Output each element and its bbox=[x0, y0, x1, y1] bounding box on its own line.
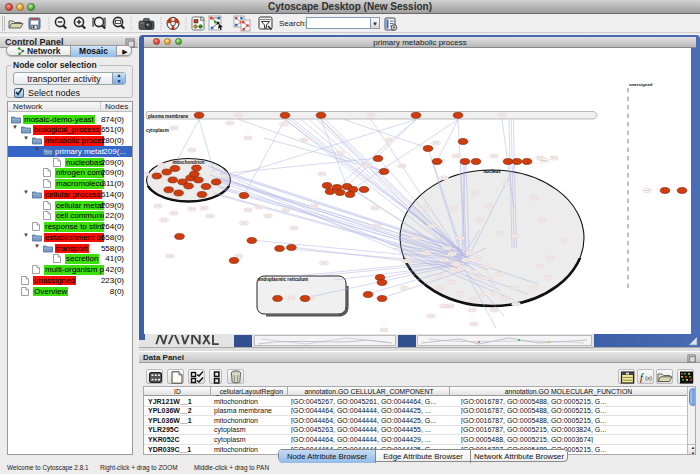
svg-text:mitochondrion: mitochondrion bbox=[172, 160, 204, 165]
svg-text:cytoplasm: cytoplasm bbox=[146, 128, 169, 133]
svg-text:endoplasmic reticulum: endoplasmic reticulum bbox=[258, 277, 308, 282]
svg-text:nucleus: nucleus bbox=[483, 169, 501, 174]
svg-text:(x): (x) bbox=[645, 375, 652, 381]
svg-text:plasma membrane: plasma membrane bbox=[148, 114, 189, 119]
svg-text:unassigned: unassigned bbox=[629, 82, 653, 87]
svg-text:f: f bbox=[640, 372, 644, 383]
